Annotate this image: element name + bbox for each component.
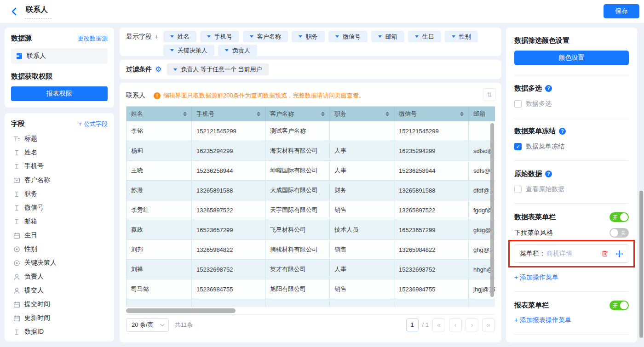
field-label: 手机号: [24, 162, 44, 171]
chevron-down-icon: [299, 35, 302, 38]
field-item[interactable]: 标题: [11, 132, 108, 146]
trash-icon[interactable]: [601, 250, 609, 257]
menu-item-row[interactable]: 菜单栏： 商机详情: [514, 245, 629, 263]
field-item[interactable]: 手机号: [11, 159, 108, 173]
display-field-chip[interactable]: 姓名: [163, 31, 196, 42]
table-row[interactable]: 刘禅15232698752英才有限公司人事15232698752hhgh@: [126, 260, 495, 279]
chevron-down-icon: [225, 49, 229, 51]
page-scrollbar[interactable]: [639, 191, 643, 338]
horizontal-scrollbar[interactable]: [126, 308, 236, 313]
raw-data-checkbox[interactable]: 查看原始数据: [514, 185, 629, 193]
color-settings-button[interactable]: 颜色设置: [514, 51, 629, 65]
change-datasource-link[interactable]: 更改数据源: [78, 34, 108, 43]
table-row[interactable]: 刘邦13265984822腾骏材料有限公司销售13265984822ghg@1: [126, 240, 495, 260]
chevron-down-icon: [250, 35, 253, 38]
table-cell: 13265984822: [394, 240, 469, 260]
display-field-chip[interactable]: 职务: [292, 31, 325, 42]
move-icon[interactable]: [615, 250, 623, 258]
field-item[interactable]: 数据ID: [11, 325, 108, 339]
help-icon[interactable]: ?: [545, 85, 552, 92]
table-row[interactable]: 杨莉16235294299海安材料有限公司人事16235294299sdfsd@: [126, 141, 495, 161]
table-cell: 人事: [330, 141, 394, 161]
table-cell: 13265891588: [394, 181, 469, 200]
column-header[interactable]: 姓名: [126, 107, 192, 121]
add-display-field-button[interactable]: +: [155, 33, 159, 40]
sort-button[interactable]: ⇅: [483, 88, 496, 101]
field-label: 标题: [24, 135, 37, 143]
toggle-knob: [620, 213, 628, 221]
table-row[interactable]: 王晓15236258944坤曜国际有限公司人事15236258944sdfs@1: [126, 161, 495, 181]
table-row[interactable]: [126, 299, 495, 307]
display-field-chip[interactable]: 生日: [408, 31, 441, 42]
field-item[interactable]: 更新时间: [11, 311, 108, 325]
document-icon: [16, 52, 23, 60]
display-field-chip[interactable]: 关键决策人: [163, 45, 214, 56]
display-field-chip[interactable]: 客户名称: [243, 31, 288, 42]
display-field-chip[interactable]: 邮箱: [371, 31, 404, 42]
add-report-menu-link[interactable]: + 添加报表操作菜单: [514, 316, 629, 324]
field-item[interactable]: 性别: [11, 242, 108, 256]
column-header[interactable]: 邮箱: [469, 107, 495, 121]
report-menu-toggle[interactable]: 开: [610, 301, 629, 310]
table-warning: ! 编辑界面只取数据源前200条作为查询数据预览，完整数据请访问页面查看。: [154, 91, 365, 100]
field-item[interactable]: 提交时间: [11, 297, 108, 311]
filter-condition-chip[interactable]: 负责人 等于任意一个 当前用户: [167, 63, 268, 75]
table-cell: 13265897522: [394, 200, 469, 220]
title-icon: [13, 136, 20, 142]
menu-freeze-checkbox[interactable]: ✓ 数据菜单冻结: [514, 142, 629, 151]
add-action-menu-link[interactable]: + 添加操作菜单: [514, 273, 629, 282]
save-button[interactable]: 保存: [604, 4, 639, 18]
display-field-chip[interactable]: 微信号: [328, 31, 368, 42]
column-header[interactable]: 手机号: [192, 107, 265, 121]
table-row[interactable]: 司马懿15236984755旭阳有限公司销售15236984755jhgj@16: [126, 279, 495, 299]
table-menu-toggle[interactable]: 开: [610, 212, 629, 222]
column-header[interactable]: 职务: [330, 107, 394, 121]
field-item[interactable]: 微信号: [11, 201, 108, 215]
table-cell: 财务: [330, 181, 394, 200]
back-button[interactable]: [9, 6, 19, 17]
field-item[interactable]: 职务: [11, 187, 108, 201]
page-size-select[interactable]: 20 条/页: [126, 318, 169, 332]
help-icon[interactable]: ?: [559, 128, 566, 135]
table-cell: 152121545299: [394, 121, 469, 141]
table-cell: 旭阳有限公司: [265, 279, 330, 299]
table-row[interactable]: 李秀红13265897522天宇国际有限公司销售13265897522fgdgf…: [126, 200, 495, 220]
next-page-button[interactable]: ›: [466, 319, 478, 331]
field-item[interactable]: 客户名称: [11, 173, 108, 187]
field-item[interactable]: 邮箱: [11, 215, 108, 228]
dropdown-style-toggle[interactable]: 关: [610, 228, 629, 238]
field-item[interactable]: 生日: [11, 228, 108, 242]
first-page-button[interactable]: «: [432, 319, 445, 331]
field-item[interactable]: 提交人: [11, 284, 108, 297]
help-icon[interactable]: ?: [545, 171, 552, 177]
last-page-button[interactable]: »: [482, 319, 495, 331]
chip-label: 性别: [459, 33, 471, 41]
page-title: 联系人: [25, 4, 52, 19]
checkbox-checked-icon: ✓: [514, 143, 522, 150]
permission-title: 数据获取权限: [11, 72, 108, 81]
table-row[interactable]: 苏漫13265891588大成国际有限公司财务13265891588dfdf@1: [126, 181, 495, 200]
fields-card: 字段 + 公式字段 标题姓名手机号客户名称职务微信号邮箱生日性别关键决策人负责人…: [5, 113, 114, 341]
field-item[interactable]: 姓名: [11, 146, 108, 159]
field-item[interactable]: 负责人: [11, 270, 108, 284]
column-header[interactable]: 微信号: [394, 107, 469, 121]
vertical-scrollbar[interactable]: [490, 123, 494, 297]
toggle-knob: [610, 229, 618, 237]
display-field-chip[interactable]: 负责人: [218, 45, 257, 56]
formula-field-link[interactable]: + 公式字段: [79, 120, 108, 128]
column-header[interactable]: 客户名称: [265, 107, 330, 121]
report-permission-button[interactable]: 报表权限: [11, 86, 108, 101]
datasource-item[interactable]: 联系人: [11, 48, 108, 64]
chip-label: 负责人: [232, 46, 250, 55]
display-field-chip[interactable]: 手机号: [200, 31, 239, 42]
page-number-box[interactable]: 1: [406, 319, 419, 331]
prev-page-button[interactable]: ‹: [449, 319, 462, 331]
gear-icon[interactable]: ⚙: [155, 66, 161, 73]
table-row[interactable]: 嬴政16523657299飞星材料公司技术人员16523657299gfdg@1: [126, 220, 495, 240]
field-item[interactable]: 关键决策人: [11, 256, 108, 270]
table-cell: 天宇国际有限公司: [265, 200, 330, 220]
table-row[interactable]: 李铭152121545299测试客户名称152121545299: [126, 121, 495, 141]
multi-select-checkbox[interactable]: 数据多选: [514, 100, 629, 108]
table-menu-section: 数据表菜单栏 开 下拉菜单风格 关 菜单栏： 商机详情: [514, 204, 629, 292]
display-field-chip[interactable]: 性别: [445, 31, 478, 42]
